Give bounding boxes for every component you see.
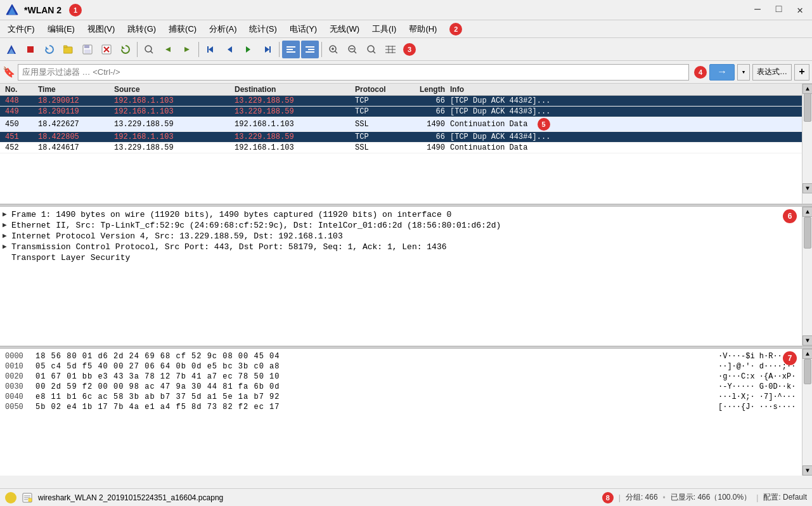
title-badge-1: 1 bbox=[69, 4, 82, 16]
detail-row-tls[interactable]: Transport Layer Security bbox=[0, 252, 812, 263]
packet-list-scrollbar[interactable]: ▼ ▲ bbox=[802, 84, 812, 204]
packet-info: [TCP Dup ACK 443#2]... bbox=[450, 96, 812, 105]
table-row[interactable]: 449 18.290119 192.168.1.103 13.229.188.5… bbox=[0, 107, 812, 117]
menu-wireless[interactable]: 无线(W) bbox=[325, 22, 364, 36]
hex-ascii: ···l·X;· ·7]·^··· bbox=[718, 392, 807, 401]
scrollbar-down-arrow[interactable]: ▼ bbox=[802, 183, 812, 193]
packet-list: No. Time Source Destination Protocol Len… bbox=[0, 84, 812, 204]
menu-tools[interactable]: 工具(I) bbox=[367, 22, 401, 36]
hex-badge-7: 7 bbox=[783, 351, 797, 365]
toolbar-align-left-button[interactable] bbox=[282, 41, 300, 58]
hex-scrollbar[interactable]: ▲ ▼ bbox=[802, 349, 812, 476]
hex-ascii: [····{J· ···s···· bbox=[718, 403, 807, 412]
toolbar-go-first-button[interactable] bbox=[202, 41, 219, 58]
maximize-button[interactable]: □ bbox=[772, 3, 786, 18]
app-logo-icon bbox=[5, 3, 19, 17]
menu-file[interactable]: 文件(F) bbox=[3, 22, 40, 36]
toolbar-reload-button[interactable] bbox=[117, 41, 134, 58]
toolbar-open-button[interactable] bbox=[60, 41, 77, 58]
svg-rect-4 bbox=[27, 46, 34, 53]
packet-src: 192.168.1.103 bbox=[114, 133, 235, 141]
packet-detail-pane: 6 ▶ Frame 1: 1490 bytes on wire (11920 b… bbox=[0, 207, 812, 346]
hex-scrollbar-thumb[interactable] bbox=[804, 359, 811, 384]
svg-rect-26 bbox=[287, 49, 293, 50]
menu-bar: 文件(F) 编辑(E) 视图(V) 跳转(G) 捕获(C) 分析(A) 统计(S… bbox=[0, 20, 812, 38]
toolbar-restart-button[interactable] bbox=[41, 41, 58, 58]
table-row[interactable]: 451 18.422805 192.168.1.103 13.229.188.5… bbox=[0, 132, 812, 143]
toolbar-back-button[interactable] bbox=[159, 41, 177, 58]
toolbar-search-button[interactable] bbox=[140, 41, 158, 58]
col-header-time: Time bbox=[38, 85, 114, 94]
svg-marker-14 bbox=[122, 46, 125, 49]
filter-apply-button[interactable]: → bbox=[709, 64, 735, 81]
detail-ip-text: Internet Protocol Version 4, Src: 13.229… bbox=[11, 231, 809, 241]
hex-offset: 0030 bbox=[5, 382, 30, 391]
capture-status-indicator bbox=[5, 492, 16, 503]
toolbar-go-prev-button[interactable] bbox=[221, 41, 238, 58]
table-row[interactable]: 448 18.290012 192.168.1.103 13.229.188.5… bbox=[0, 96, 812, 107]
toolbar-go-last-button[interactable] bbox=[259, 41, 276, 58]
table-row[interactable]: 452 18.424617 13.229.188.59 192.168.1.10… bbox=[0, 143, 812, 153]
table-row[interactable]: 450 18.422627 13.229.188.59 192.168.1.10… bbox=[0, 117, 812, 132]
detail-scrollbar-thumb[interactable] bbox=[804, 217, 811, 249]
menu-go[interactable]: 跳转(G) bbox=[122, 22, 161, 36]
toolbar-forward-button[interactable] bbox=[178, 41, 196, 58]
expand-icon[interactable]: ▶ bbox=[3, 231, 11, 240]
toolbar-zoom-out-button[interactable] bbox=[344, 41, 361, 58]
packet-dst: 192.168.1.103 bbox=[235, 120, 355, 129]
expand-icon-empty bbox=[3, 253, 11, 261]
minimize-button[interactable]: — bbox=[751, 3, 764, 18]
packet-src: 13.229.188.59 bbox=[114, 143, 235, 152]
status-packets: 分组: 466 bbox=[626, 492, 658, 503]
close-button[interactable]: ✕ bbox=[793, 3, 807, 18]
toolbar-zoom-in-button[interactable] bbox=[325, 41, 342, 58]
hex-row: 0000 18 56 80 01 d6 2d 24 69 68 cf 52 9c… bbox=[0, 351, 812, 361]
svg-rect-30 bbox=[306, 51, 314, 53]
detail-row-ip[interactable]: ▶ Internet Protocol Version 4, Src: 13.2… bbox=[0, 231, 812, 242]
menu-analyze[interactable]: 分析(A) bbox=[204, 22, 242, 36]
menu-telephony[interactable]: 电话(Y) bbox=[285, 22, 322, 36]
toolbar-save-button[interactable] bbox=[79, 41, 96, 58]
filter-input[interactable] bbox=[18, 64, 689, 81]
detail-row-tcp[interactable]: ▶ Transmission Control Protocol, Src Por… bbox=[0, 242, 812, 252]
filter-expression-button[interactable]: 表达式… bbox=[752, 64, 792, 81]
hex-offset: 0050 bbox=[5, 403, 30, 412]
toolbar-stop-button[interactable] bbox=[22, 41, 39, 58]
scrollbar-down-arrow[interactable]: ▼ bbox=[802, 335, 812, 346]
svg-rect-49 bbox=[29, 498, 32, 502]
packet-len: 1490 bbox=[406, 143, 450, 152]
toolbar-separator-2 bbox=[198, 42, 199, 57]
menu-edit[interactable]: 编辑(E) bbox=[42, 22, 80, 36]
window-title: *WLAN 2 bbox=[24, 5, 61, 15]
expand-icon[interactable]: ▶ bbox=[3, 242, 11, 250]
packet-dst: 13.229.188.59 bbox=[235, 107, 355, 116]
col-header-destination: Destination bbox=[235, 85, 355, 94]
expand-icon[interactable]: ▶ bbox=[3, 221, 11, 229]
detail-row-ethernet[interactable]: ▶ Ethernet II, Src: Tp-LinkT_cf:52:9c (2… bbox=[0, 220, 812, 231]
detail-scrollbar[interactable]: ▲ ▼ bbox=[802, 207, 812, 346]
toolbar-align-right-button[interactable] bbox=[301, 41, 319, 58]
menu-help[interactable]: 帮助(H) bbox=[404, 22, 442, 36]
scrollbar-up-arrow[interactable]: ▲ bbox=[802, 84, 812, 94]
detail-row-frame[interactable]: ▶ Frame 1: 1490 bytes on wire (11920 bit… bbox=[0, 209, 812, 220]
filter-add-button[interactable]: + bbox=[794, 64, 809, 81]
toolbar-zoom-reset-button[interactable] bbox=[363, 41, 380, 58]
svg-marker-23 bbox=[265, 46, 269, 53]
filter-bookmark-icon[interactable]: 🔖 bbox=[3, 66, 15, 79]
plus-icon: + bbox=[799, 67, 805, 78]
menu-statistics[interactable]: 统计(S) bbox=[244, 22, 281, 36]
filter-dropdown-button[interactable]: ▾ bbox=[737, 64, 750, 81]
scrollbar-up-arrow[interactable]: ▲ bbox=[802, 207, 812, 217]
svg-rect-27 bbox=[287, 51, 295, 53]
menu-view[interactable]: 视图(V) bbox=[82, 22, 120, 36]
toolbar-go-next-button[interactable] bbox=[240, 41, 257, 58]
packet-len: 66 bbox=[406, 133, 450, 141]
titlebar-controls[interactable]: — □ ✕ bbox=[751, 3, 807, 18]
expand-icon[interactable]: ▶ bbox=[3, 210, 11, 218]
scrollbar-up-arrow[interactable]: ▲ bbox=[802, 349, 812, 359]
scrollbar-down-arrow[interactable]: ▼ bbox=[802, 465, 812, 476]
menu-capture[interactable]: 捕获(C) bbox=[164, 22, 202, 36]
toolbar-sharkfin-button[interactable] bbox=[3, 41, 20, 58]
toolbar-resize-columns-button[interactable] bbox=[382, 41, 399, 58]
toolbar-close-button[interactable] bbox=[98, 41, 115, 58]
